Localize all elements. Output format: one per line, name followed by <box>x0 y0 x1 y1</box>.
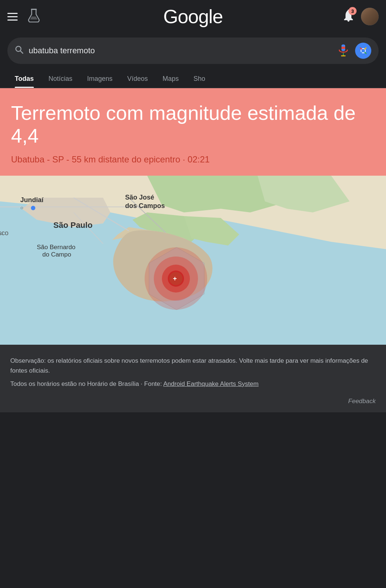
footer-source: Todos os horários estão no Horário de Br… <box>10 379 376 389</box>
flask-icon[interactable] <box>28 8 40 25</box>
svg-rect-7 <box>341 49 345 51</box>
hamburger-icon[interactable] <box>7 13 18 21</box>
info-footer: Observação: os relatórios oficiais sobre… <box>0 345 386 412</box>
feedback-label[interactable]: Feedback <box>10 398 376 405</box>
alert-subtitle: Ubatuba - SP - 55 km distante do epicent… <box>11 154 375 165</box>
microphone-icon[interactable] <box>337 44 350 57</box>
header-right: 3 <box>343 8 379 25</box>
earthquake-map[interactable]: Jundiaí ○ São José dos Campos São Paulo … <box>0 176 386 345</box>
svg-text:dos Campos: dos Campos <box>125 202 165 209</box>
svg-text:+: + <box>173 275 177 282</box>
search-icon <box>15 45 24 56</box>
svg-text:○: ○ <box>0 230 3 236</box>
svg-rect-5 <box>341 44 345 47</box>
avatar-image <box>361 8 379 25</box>
tab-maps[interactable]: Maps <box>155 70 186 88</box>
tabs-bar: Todas Notícias Imagens Vídeos Maps Sho <box>0 70 386 88</box>
google-lens-icon[interactable] <box>355 43 371 59</box>
tab-noticias[interactable]: Notícias <box>41 70 80 88</box>
tab-videos[interactable]: Vídeos <box>120 70 155 88</box>
google-logo: Google <box>163 6 223 28</box>
svg-text:do Campo: do Campo <box>42 251 71 258</box>
svg-text:São José: São José <box>125 194 154 201</box>
alert-title: Terremoto com magnitude estimada de 4,4 <box>11 101 375 147</box>
notification-badge: 3 <box>348 7 357 15</box>
svg-text:○: ○ <box>20 205 23 211</box>
svg-point-8 <box>358 46 368 55</box>
avatar[interactable] <box>361 8 379 25</box>
tab-imagens[interactable]: Imagens <box>80 70 120 88</box>
source-prefix: Todos os horários estão no Horário de Br… <box>10 380 163 387</box>
svg-line-3 <box>21 51 23 54</box>
svg-rect-0 <box>31 9 37 10</box>
search-bar[interactable]: ubatuba terremoto <box>7 37 379 64</box>
source-link[interactable]: Android Earthquake Alerts System <box>163 380 259 387</box>
search-container: ubatuba terremoto <box>0 33 386 70</box>
tab-sho[interactable]: Sho <box>186 70 213 88</box>
bell-container[interactable]: 3 <box>343 9 354 24</box>
svg-rect-6 <box>341 47 345 49</box>
header: Google 3 <box>0 0 386 33</box>
map-svg: Jundiaí ○ São José dos Campos São Paulo … <box>0 176 386 345</box>
svg-text:São Bernardo: São Bernardo <box>37 244 75 251</box>
header-left <box>7 8 40 25</box>
earthquake-alert-card: Terremoto com magnitude estimada de 4,4 … <box>0 88 386 176</box>
tab-todas[interactable]: Todas <box>7 70 41 88</box>
footer-note: Observação: os relatórios oficiais sobre… <box>10 356 376 376</box>
svg-point-24 <box>31 206 35 210</box>
svg-text:São Paulo: São Paulo <box>53 220 92 230</box>
svg-text:Jundiaí: Jundiaí <box>20 196 44 204</box>
search-query[interactable]: ubatuba terremoto <box>29 46 332 55</box>
